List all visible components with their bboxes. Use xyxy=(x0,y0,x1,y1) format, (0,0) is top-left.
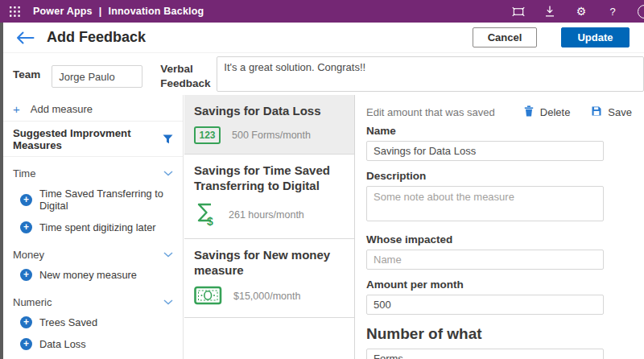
measure-amount: 500 Forms/month xyxy=(232,130,311,141)
suggested-measures-sidebar: + Add measure Suggested Improvment Measu… xyxy=(3,95,184,359)
measure-title: Savings for New money measure xyxy=(194,247,345,279)
add-circle-icon: + xyxy=(20,316,32,328)
back-arrow-icon[interactable] xyxy=(16,31,35,44)
plus-icon: + xyxy=(13,104,20,114)
add-circle-icon: + xyxy=(20,194,32,206)
sidebar-item-time-saved-transferring[interactable]: + Time Saved Transferring to Digital xyxy=(3,183,183,217)
product-name: Innovation Backlog xyxy=(108,6,204,17)
app-launcher-icon[interactable] xyxy=(10,6,20,17)
cancel-button[interactable]: Cancel xyxy=(473,27,537,47)
measure-title: Savings for Time Saved Transferring to D… xyxy=(194,163,345,194)
amount-per-month-label: Amount per month xyxy=(366,279,634,291)
sidebar-item-data-loss[interactable]: + Data Loss xyxy=(3,333,183,355)
sidebar-item-label: Time Saved Transferring to Digital xyxy=(39,188,175,212)
save-label: Save xyxy=(608,106,632,118)
group-label-text: Money xyxy=(13,249,44,261)
trash-icon xyxy=(524,105,534,119)
sidebar-group-numeric[interactable]: Numeric xyxy=(3,288,183,312)
window-edge xyxy=(0,23,3,359)
measure-amount: 261 hours/month xyxy=(229,209,304,221)
verbal-feedback-textarea[interactable]: It's a great solution. Congrats!! xyxy=(217,56,644,92)
description-label: Description xyxy=(366,170,634,182)
measure-amount: $15,000/month xyxy=(233,291,300,302)
team-input[interactable] xyxy=(52,65,142,88)
editor-heading: Edit amount that was saved xyxy=(366,106,495,118)
page-header: Add Feedback Cancel Update xyxy=(3,23,644,53)
group-label-text: Time xyxy=(13,167,35,180)
filter-icon[interactable] xyxy=(163,134,173,144)
sidebar-item-label: New money measure xyxy=(39,269,137,281)
measures-list: Savings for Data Loss 123 500 Forms/mont… xyxy=(184,95,355,359)
sidebar-item-trees-saved[interactable]: + Trees Saved xyxy=(3,312,183,333)
measure-card-new-money[interactable]: Savings for New money measure $15,000/mo… xyxy=(184,239,354,318)
sidebar-item-label: Data Loss xyxy=(39,338,86,350)
sidebar-item-time-spent-digitizing[interactable]: + Time spent digitizing later xyxy=(3,217,183,238)
settings-gear-icon[interactable]: ⚙ xyxy=(575,5,588,18)
help-icon[interactable]: ? xyxy=(606,5,619,18)
measure-card-time-saved[interactable]: Savings for Time Saved Transferring to D… xyxy=(184,155,354,239)
title-divider: | xyxy=(99,6,102,17)
measure-card-data-loss[interactable]: Savings for Data Loss 123 500 Forms/mont… xyxy=(184,95,354,155)
add-measure-button[interactable]: + Add measure xyxy=(3,97,183,122)
amount-per-month-input[interactable] xyxy=(366,295,604,315)
whose-impacted-label: Whose impacted xyxy=(366,233,634,246)
team-label: Team xyxy=(13,68,40,80)
delete-label: Delete xyxy=(540,106,571,118)
main-content: + Add measure Suggested Improvment Measu… xyxy=(3,95,644,359)
name-input[interactable] xyxy=(366,141,604,161)
sidebar-group-time[interactable]: Time xyxy=(3,159,183,183)
chevron-down-icon[interactable] xyxy=(163,299,173,305)
money-bill-icon xyxy=(194,286,222,307)
download-icon[interactable] xyxy=(543,5,556,18)
whose-impacted-input[interactable] xyxy=(366,250,604,270)
save-floppy-icon xyxy=(592,106,601,118)
number-of-what-label: Number of what xyxy=(366,325,634,343)
add-measure-label: Add measure xyxy=(31,103,93,115)
sidebar-group-money[interactable]: Money xyxy=(3,241,183,264)
hourglass-dollar-icon: $ xyxy=(194,201,217,229)
numeric-123-icon: 123 xyxy=(194,126,221,144)
sidebar-heading-label: Suggested Improvment Measures xyxy=(13,127,163,151)
feedback-form-row: Team Verbal Feedback It's a great soluti… xyxy=(3,53,644,95)
sidebar-item-label: Trees Saved xyxy=(39,316,97,328)
verbal-feedback-label: Verbal Feedback xyxy=(160,62,212,90)
avatar[interactable] xyxy=(638,5,644,19)
add-circle-icon: + xyxy=(20,221,32,233)
fit-to-screen-icon[interactable] xyxy=(512,5,525,18)
topbar-icon-group: ⚙ ? xyxy=(512,5,644,19)
app-window: Power Apps | Innovation Backlog ⚙ ? xyxy=(0,0,644,359)
add-circle-icon: + xyxy=(20,269,32,281)
number-of-what-input[interactable] xyxy=(366,349,604,359)
chevron-down-icon[interactable] xyxy=(163,252,173,258)
description-textarea[interactable] xyxy=(366,186,604,221)
app-name[interactable]: Power Apps xyxy=(33,6,93,17)
chevron-down-icon[interactable] xyxy=(163,171,173,176)
save-button[interactable]: Save xyxy=(592,106,632,118)
sidebar-item-new-money-measure[interactable]: + New money measure xyxy=(3,264,183,286)
app-title-group: Power Apps | Innovation Backlog xyxy=(33,6,204,17)
group-label-text: Numeric xyxy=(13,296,52,308)
name-label: Name xyxy=(366,125,634,137)
sidebar-item-label: Time spent digitizing later xyxy=(39,221,156,233)
sidebar-heading: Suggested Improvment Measures xyxy=(3,122,183,157)
add-circle-icon: + xyxy=(20,338,32,350)
measure-editor-panel: Edit amount that was saved Delete xyxy=(356,95,644,359)
delete-button[interactable]: Delete xyxy=(524,105,571,119)
svg-text:$: $ xyxy=(207,215,213,226)
page-title: Add Feedback xyxy=(47,29,146,46)
app-top-bar: Power Apps | Innovation Backlog ⚙ ? xyxy=(0,0,644,23)
measure-title: Savings for Data Loss xyxy=(194,103,345,119)
update-button[interactable]: Update xyxy=(561,27,630,47)
